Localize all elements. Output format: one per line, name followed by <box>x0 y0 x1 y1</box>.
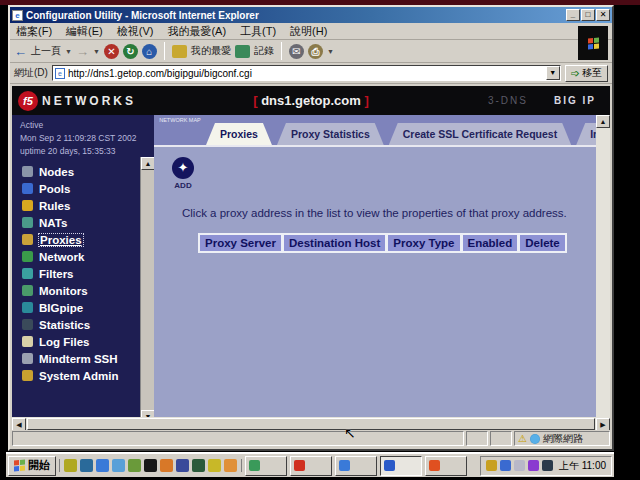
scroll-up-icon[interactable]: ▲ <box>596 115 610 128</box>
quick-launch-icon[interactable] <box>128 459 141 472</box>
home-icon[interactable]: ⌂ <box>142 44 157 59</box>
address-dropdown-icon[interactable]: ▼ <box>546 66 560 80</box>
go-icon: ➩ <box>571 67 580 80</box>
toolbar-separator <box>281 42 282 60</box>
filters-icon <box>22 268 33 279</box>
taskbar-app-button[interactable] <box>335 456 377 476</box>
back-dropdown-icon[interactable]: ▼ <box>65 48 72 55</box>
col-proxy-type[interactable]: Proxy Type <box>388 235 459 251</box>
taskbar-clock[interactable]: 上午 11:00 <box>559 459 606 473</box>
quick-launch-icon[interactable] <box>80 459 93 472</box>
taskbar-app-button-active[interactable] <box>380 456 422 476</box>
status-message-pane <box>12 431 464 446</box>
tab-proxies[interactable]: Proxies <box>206 123 272 145</box>
print-icon[interactable]: ⎙ <box>308 44 323 59</box>
page-vertical-scrollbar[interactable]: ▲ ▼ <box>596 115 610 431</box>
quick-launch-icon[interactable] <box>160 459 173 472</box>
quick-launch-icon[interactable] <box>112 459 125 472</box>
sidebar-item-nats[interactable]: NATs <box>22 214 154 231</box>
tray-icon[interactable] <box>514 460 525 471</box>
taskbar-app-button[interactable] <box>290 456 332 476</box>
scroll-left-icon[interactable]: ◀ <box>12 418 26 431</box>
proxies-content: ✦ ADD Click a proxy address in the list … <box>154 145 596 431</box>
sidebar-item-network[interactable]: Network <box>22 248 154 265</box>
tray-icon[interactable] <box>528 460 539 471</box>
tab-install-ssl-certificate[interactable]: Install SSL Certif <box>576 123 596 145</box>
quick-launch-icon[interactable] <box>144 459 157 472</box>
menu-bar: 檔案(F) 編輯(E) 檢視(V) 我的最愛(A) 工具(T) 說明(H) <box>10 23 612 40</box>
tray-icon[interactable] <box>542 460 553 471</box>
menu-edit[interactable]: 編輯(E) <box>66 24 103 39</box>
quick-launch-icon[interactable] <box>224 459 237 472</box>
address-bar: 網址(D) e http://dns1.getop.com/bigipgui/b… <box>10 63 612 84</box>
sidebar-item-monitors[interactable]: Monitors <box>22 282 154 299</box>
forward-icon[interactable]: → <box>76 44 89 59</box>
app-icon <box>294 460 305 471</box>
menu-tools[interactable]: 工具(T) <box>240 24 276 39</box>
sidebar-item-nodes[interactable]: Nodes <box>22 163 154 180</box>
col-delete[interactable]: Delete <box>520 235 565 251</box>
mail-icon[interactable]: ✉ <box>289 44 304 59</box>
add-proxy-button[interactable]: ✦ ADD <box>172 157 194 190</box>
scrollbar-thumb[interactable] <box>27 418 595 430</box>
quick-launch-icon[interactable] <box>96 459 109 472</box>
quick-launch-icon[interactable] <box>208 459 221 472</box>
ie-page-icon: e <box>12 10 23 21</box>
scroll-up-icon[interactable]: ▲ <box>141 157 155 170</box>
history-button[interactable]: 記錄 <box>254 44 274 58</box>
address-url[interactable]: http://dns1.getop.com/bigipgui/bigconf.c… <box>68 68 252 79</box>
tab-create-ssl-certificate-request[interactable]: Create SSL Certificate Request <box>389 123 571 145</box>
mindterm-ssh-icon <box>22 353 33 364</box>
network-map-button[interactable]: NETWORK MAP <box>158 117 202 143</box>
sidebar-item-log-files[interactable]: Log Files <box>22 333 154 350</box>
tab-proxy-statistics[interactable]: Proxy Statistics <box>277 123 384 145</box>
col-enabled[interactable]: Enabled <box>463 235 518 251</box>
title-bar[interactable]: e Configuration Utility - Microsoft Inte… <box>10 7 612 23</box>
stop-icon[interactable]: ✕ <box>104 44 119 59</box>
menu-favorites[interactable]: 我的最愛(A) <box>167 24 226 39</box>
scroll-right-icon[interactable]: ▶ <box>596 418 610 431</box>
history-icon[interactable] <box>235 45 250 58</box>
sidebar-scrollbar[interactable]: ▲ ▼ <box>140 157 154 423</box>
menu-help[interactable]: 說明(H) <box>290 24 327 39</box>
refresh-icon[interactable]: ↻ <box>123 44 138 59</box>
col-proxy-server[interactable]: Proxy Server <box>200 235 281 251</box>
sidebar-item-mindterm-ssh[interactable]: Mindterm SSH <box>22 350 154 367</box>
add-icon[interactable]: ✦ <box>172 157 194 179</box>
col-destination-host[interactable]: Destination Host <box>284 235 385 251</box>
sidebar-item-pools[interactable]: Pools <box>22 180 154 197</box>
menu-file[interactable]: 檔案(F) <box>16 24 52 39</box>
taskbar-app-button[interactable] <box>245 456 287 476</box>
forward-dropdown-icon[interactable]: ▼ <box>93 48 100 55</box>
favorites-button[interactable]: 我的最愛 <box>191 44 231 58</box>
close-button[interactable]: ✕ <box>596 9 610 21</box>
sidebar-item-statistics[interactable]: Statistics <box>22 316 154 333</box>
status-datetime: Mon Sep 2 11:09:28 CST 2002 <box>20 132 154 145</box>
windows-logo-icon <box>14 459 25 471</box>
sidebar-item-system-admin[interactable]: System Admin <box>22 367 154 384</box>
print-dropdown-icon[interactable]: ▼ <box>327 48 334 55</box>
page-horizontal-scrollbar[interactable]: ◀ ▶ <box>12 417 610 431</box>
favorites-icon[interactable] <box>172 45 187 58</box>
monitors-icon <box>22 285 33 296</box>
quick-launch-icon[interactable] <box>192 459 205 472</box>
go-button[interactable]: ➩ 移至 <box>565 65 608 82</box>
start-button[interactable]: 開始 <box>8 456 56 476</box>
quick-launch-icon[interactable] <box>64 459 77 472</box>
maximize-button[interactable]: □ <box>581 9 595 21</box>
nodes-icon <box>22 166 33 177</box>
address-input[interactable]: e http://dns1.getop.com/bigipgui/bigconf… <box>52 65 561 81</box>
tray-icon[interactable] <box>500 460 511 471</box>
back-icon[interactable]: ← <box>14 44 27 59</box>
menu-view[interactable]: 檢視(V) <box>117 24 154 39</box>
sidebar-item-filters[interactable]: Filters <box>22 265 154 282</box>
taskbar-app-button[interactable] <box>425 456 467 476</box>
back-button[interactable]: 上一頁 <box>31 44 61 58</box>
sidebar-item-proxies[interactable]: Proxies <box>22 231 154 248</box>
address-label: 網址(D) <box>14 66 48 80</box>
minimize-button[interactable]: _ <box>566 9 580 21</box>
sidebar-item-rules[interactable]: Rules <box>22 197 154 214</box>
sidebar-item-bigpipe[interactable]: BIGpipe <box>22 299 154 316</box>
quick-launch-icon[interactable] <box>176 459 189 472</box>
tray-icon[interactable] <box>486 460 497 471</box>
